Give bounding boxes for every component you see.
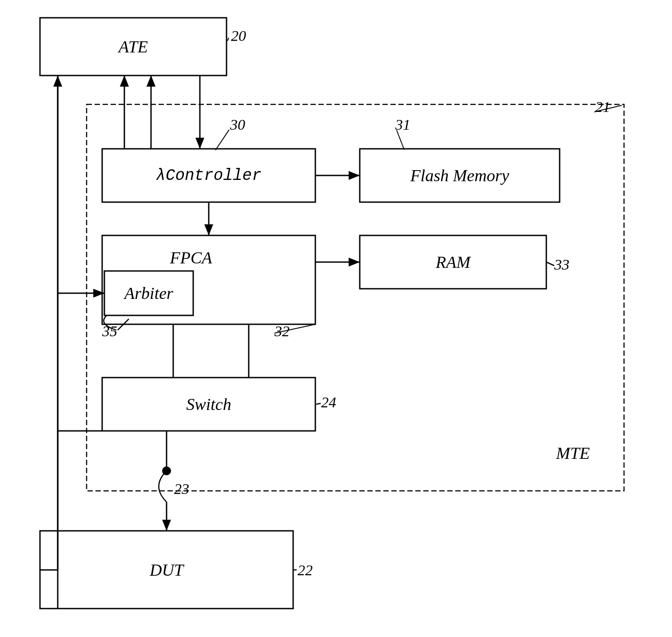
ram-label: RAM [435, 253, 471, 271]
fpca-label: FPCA [170, 248, 213, 267]
ate-label: ATE [117, 37, 148, 56]
svg-marker-15 [120, 76, 129, 87]
lambda-controller-label: λController [156, 167, 262, 185]
switch-label: Switch [186, 395, 231, 414]
arbiter-label: Arbiter [123, 284, 173, 303]
flash-memory-ref: 31 [395, 116, 410, 133]
mte-label: MTE [556, 444, 590, 462]
lambda-controller-ref: 30 [230, 116, 245, 133]
dut-ref: 22 [298, 562, 313, 578]
conn-ref: 23 [174, 481, 189, 497]
flash-memory-label: Flash Memory [410, 166, 509, 185]
ram-ref: 33 [554, 256, 569, 273]
fpca-ref: 32 [274, 323, 290, 339]
dut-label: DUT [149, 561, 185, 579]
svg-marker-16 [147, 76, 155, 87]
ate-ref: 20 [231, 28, 246, 44]
mte-ref: 21 [595, 99, 610, 115]
svg-marker-32 [162, 520, 171, 531]
svg-line-0 [227, 38, 229, 41]
diagram: ATE 20 MTE 21 λController 30 Flash Memor… [0, 0, 672, 637]
arbiter-ref: 35 [102, 323, 117, 339]
switch-ref: 24 [321, 394, 336, 410]
